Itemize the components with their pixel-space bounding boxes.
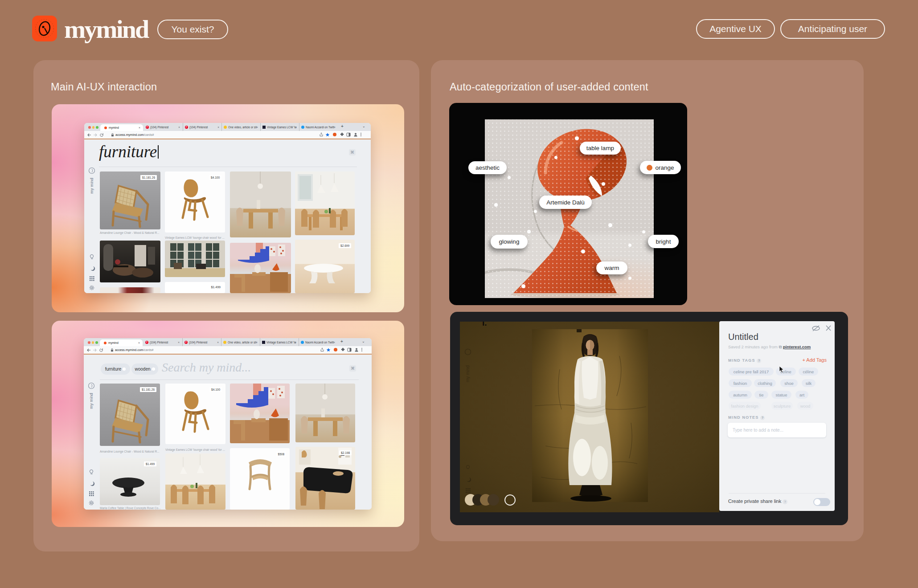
svg-text:my mind: my mind [465, 365, 470, 382]
svg-text:my mind: my mind [89, 393, 94, 409]
svg-text:my mind: my mind [89, 178, 94, 194]
